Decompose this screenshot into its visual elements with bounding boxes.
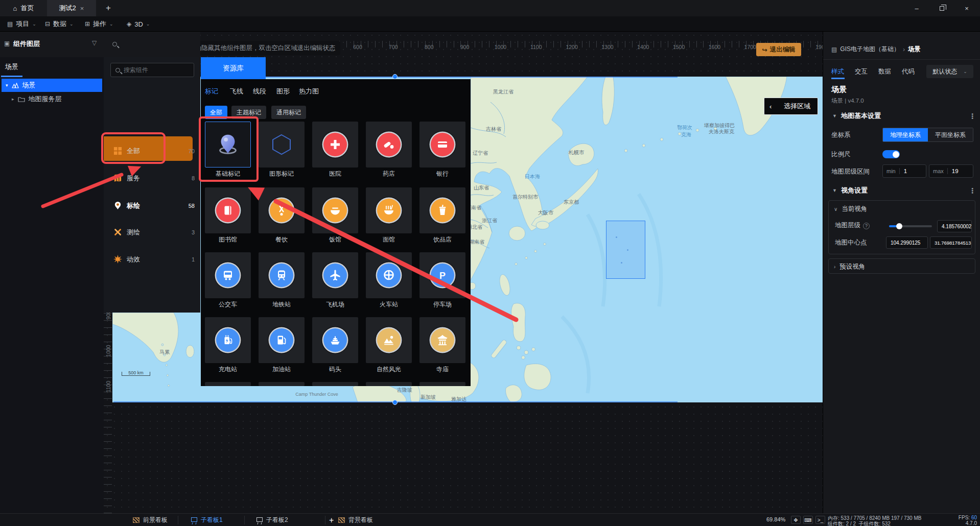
resource-tab-标记[interactable]: 标记 <box>205 87 218 96</box>
resource-item-充电站[interactable] <box>205 317 251 363</box>
resource-tab-飞线[interactable]: 飞线 <box>230 87 243 96</box>
resource-item-饮品店[interactable] <box>419 187 465 233</box>
kebab-menu-icon[interactable]: ••• <box>971 113 973 119</box>
map-region-selection[interactable] <box>606 221 645 279</box>
menu-数据[interactable]: ⊟数据⌄ <box>45 16 74 32</box>
resource-item-火车站[interactable] <box>366 252 412 298</box>
add-board-button[interactable]: + <box>329 514 334 526</box>
resource-item-图书馆[interactable] <box>205 187 251 233</box>
new-tab-button[interactable]: + <box>102 2 114 14</box>
category-动效[interactable]: 动效1 <box>104 248 200 271</box>
component-search-input[interactable]: 搜索组件 <box>110 63 194 77</box>
inspector-tab-代码[interactable]: 代码 <box>902 67 915 76</box>
preset-view-box[interactable]: › 预设视角 <box>828 258 975 274</box>
airplane-icon <box>323 264 347 287</box>
resource-library-panel: 标记飞线线段图形热力图 全部主题标记通用标记 基础标记 图形标记医院药店银行图书… <box>201 79 471 386</box>
selection-handle-top[interactable] <box>392 74 398 79</box>
resource-item-飞机场[interactable] <box>312 252 358 298</box>
category-测绘[interactable]: 测绘3 <box>104 221 200 244</box>
select-region-button[interactable]: ‹ 选择区域 <box>764 98 818 115</box>
tree-item-map-service-layer[interactable]: ▸ 地图服务层 <box>2 93 102 105</box>
resource-item-寺庙[interactable] <box>419 317 465 363</box>
resource-library-tab[interactable]: 资源库 <box>201 57 266 79</box>
category-全部[interactable]: 全部70 <box>104 140 200 162</box>
caret-down-icon[interactable]: ▾ <box>6 83 8 88</box>
window-close-button[interactable]: × <box>956 0 977 16</box>
menu-3D[interactable]: ◈3D⌄ <box>127 16 150 32</box>
resource-item-银行[interactable] <box>419 122 465 168</box>
window-minimize-button[interactable]: – <box>906 0 927 16</box>
board-tab-前景看板[interactable]: 前景看板 <box>133 514 168 526</box>
resource-subtab-全部[interactable]: 全部 <box>205 106 227 119</box>
resource-item-地铁站[interactable] <box>259 252 305 298</box>
state-selector[interactable]: 默认状态 ⌄ <box>926 65 973 78</box>
center-lat-input[interactable]: 31.76981784513 <box>930 236 972 249</box>
exit-edit-button[interactable]: ↪ 退出编辑 <box>756 43 801 56</box>
tab-document[interactable]: 测试2 × <box>47 0 96 16</box>
window-restore-button[interactable] <box>931 0 952 16</box>
resource-item-停车场[interactable]: P <box>419 252 465 298</box>
inspector-tab-样式[interactable]: 样式 <box>831 67 844 76</box>
resource-subtab-通用标记[interactable]: 通用标记 <box>271 106 306 119</box>
resource-tab-线段[interactable]: 线段 <box>253 87 266 96</box>
resource-item-餐饮[interactable] <box>259 187 305 233</box>
tab-close-icon[interactable]: × <box>80 5 84 12</box>
survey-icon <box>113 228 123 237</box>
category-label: 测绘 <box>127 228 140 237</box>
scale-bar-toggle[interactable] <box>882 150 900 158</box>
min-level-input[interactable]: min 1 <box>882 164 926 178</box>
inspector-tab-数据[interactable]: 数据 <box>878 67 891 76</box>
board-tab-背景看板[interactable]: 背景看板 <box>338 514 373 526</box>
menu-操作[interactable]: ⊞操作⌄ <box>85 16 113 32</box>
inspector-tab-交互[interactable]: 交互 <box>855 67 868 76</box>
map-level-value-input[interactable]: 4.185760002 <box>937 220 972 232</box>
help-icon[interactable]: ? <box>863 223 870 229</box>
breadcrumb-root[interactable]: GIS电子地图（基础） <box>840 45 900 54</box>
tab-scene[interactable]: 场景 <box>5 62 18 76</box>
resource-item-公交车[interactable] <box>205 252 251 298</box>
resource-item-面馆[interactable] <box>366 187 412 233</box>
category-服务[interactable]: 服务8 <box>104 167 200 189</box>
menu-项目[interactable]: ▤项目⌄ <box>7 16 36 32</box>
resource-item-加油站[interactable] <box>259 317 305 363</box>
fit-view-button[interactable]: ✥ <box>791 516 801 524</box>
filter-icon[interactable]: ▽ <box>92 39 97 46</box>
coord-plane-option[interactable]: 平面坐标系 <box>928 128 973 141</box>
map-level-slider[interactable] <box>889 225 932 227</box>
resource-item-自然风光[interactable] <box>366 317 412 363</box>
selection-handle-bottom[interactable] <box>392 400 398 405</box>
tree-item-label: 地图服务层 <box>29 94 62 104</box>
resource-subtab-主题标记[interactable]: 主题标记 <box>231 106 266 119</box>
canvas-zoom-value[interactable]: 69.84% <box>766 516 785 522</box>
search-icon[interactable] <box>112 42 117 46</box>
current-view-header[interactable]: ∨ 当前视角 <box>834 205 867 213</box>
caret-right-icon[interactable]: ▸ <box>12 97 14 102</box>
fps-label: FPS: <box>959 515 970 520</box>
center-lng-input[interactable]: 104.2990125 <box>886 236 928 249</box>
resource-item-基础标记[interactable] <box>205 122 251 168</box>
tree-item-label: 场景 <box>22 81 36 90</box>
max-level-input[interactable]: max 19 <box>929 164 973 178</box>
board-tab-子看板1[interactable]: 子看板1 <box>191 514 223 526</box>
console-button[interactable]: >_ <box>815 516 825 524</box>
resource-item-码头[interactable] <box>312 317 358 363</box>
breadcrumb-separator: › <box>903 46 905 53</box>
keyboard-shortcuts-button[interactable]: ⌨ <box>803 516 813 524</box>
island-dot <box>627 249 628 251</box>
resource-tab-热力图[interactable]: 热力图 <box>299 87 319 96</box>
category-标绘[interactable]: 标绘58 <box>104 195 200 217</box>
resource-item-图形标记[interactable] <box>259 122 305 168</box>
section-view-settings[interactable]: ▼ 视角设置 ••• <box>823 183 980 198</box>
tree-item-scene[interactable]: ▾ 场景 <box>2 79 102 92</box>
resource-item-饭馆[interactable] <box>312 187 358 233</box>
board-tab-子看板2[interactable]: 子看板2 <box>256 514 288 526</box>
map-place-label: 马累 <box>159 349 170 356</box>
tab-home[interactable]: ⌂ 首页 <box>0 0 47 16</box>
resource-item-药店[interactable] <box>366 122 412 168</box>
section-map-basic-settings[interactable]: ▼ 地图基本设置 ••• <box>823 108 980 124</box>
kebab-menu-icon[interactable]: ••• <box>971 187 973 194</box>
slider-knob[interactable] <box>896 223 902 229</box>
resource-tab-图形[interactable]: 图形 <box>276 87 290 96</box>
resource-item-医院[interactable] <box>312 122 358 168</box>
coord-geo-option[interactable]: 地理坐标系 <box>883 128 928 141</box>
